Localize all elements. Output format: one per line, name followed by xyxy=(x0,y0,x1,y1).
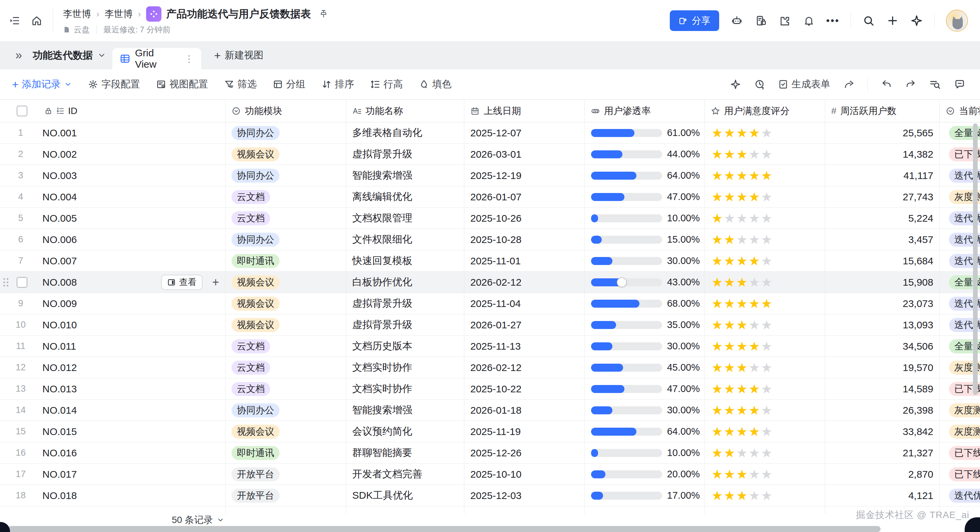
star-icon[interactable]: ★ xyxy=(761,276,772,289)
feature-name-cell[interactable]: 虚拟背景升级 xyxy=(346,314,464,335)
star-icon[interactable]: ★ xyxy=(749,489,760,502)
module-cell[interactable]: 视频会议 xyxy=(226,144,346,165)
weekly-users-cell[interactable]: 4,121 xyxy=(825,485,940,506)
progress-track[interactable] xyxy=(591,257,662,265)
star-icon[interactable]: ★ xyxy=(761,383,772,395)
star-icon[interactable]: ★ xyxy=(749,212,760,225)
module-cell[interactable]: 云文档 xyxy=(226,336,346,357)
star-icon[interactable]: ★ xyxy=(749,468,760,481)
rating-cell[interactable]: ★★★★★ xyxy=(705,208,825,229)
star-icon[interactable]: ★ xyxy=(724,361,735,374)
star-icon[interactable]: ★ xyxy=(724,276,735,289)
star-icon[interactable]: ★ xyxy=(711,425,723,438)
star-icon[interactable]: ★ xyxy=(736,212,748,225)
table-row[interactable]: 14 NO.014 查看 + 协同办公 智能搜索增强 2026-01-18 xyxy=(0,400,980,421)
star-icon[interactable]: ★ xyxy=(724,297,735,310)
progress-track[interactable] xyxy=(591,449,662,457)
star-icon[interactable]: ★ xyxy=(749,340,760,353)
rating-cell[interactable]: ★★★★★ xyxy=(705,442,825,463)
weekly-users-cell[interactable]: 5,224 xyxy=(825,208,940,229)
module-cell[interactable]: 云文档 xyxy=(226,208,346,229)
rating-cell[interactable]: ★★★★★ xyxy=(705,272,825,293)
rating-cell[interactable]: ★★★★★ xyxy=(705,357,825,378)
id-cell[interactable]: 14 NO.014 查看 + xyxy=(0,400,226,421)
launch-date-cell[interactable]: 2025-11-01 xyxy=(464,250,585,272)
penetration-cell[interactable]: 20.00% xyxy=(585,464,705,485)
star-icon[interactable]: ★ xyxy=(724,169,735,182)
star-icon[interactable]: ★ xyxy=(736,489,748,502)
feature-name-cell[interactable]: 开发者文档完善 xyxy=(346,464,464,485)
penetration-cell[interactable]: 30.00% xyxy=(585,250,705,272)
star-icon[interactable]: ★ xyxy=(711,233,723,246)
launch-date-cell[interactable]: 2025-12-03 xyxy=(464,485,585,506)
feature-name-cell[interactable]: 文档权限管理 xyxy=(346,208,464,229)
star-icon[interactable]: ★ xyxy=(749,191,760,203)
comment-icon[interactable] xyxy=(954,79,965,90)
star-icon[interactable]: ★ xyxy=(736,276,748,289)
launch-date-cell[interactable]: 2025-11-04 xyxy=(464,293,585,314)
launch-date-cell[interactable]: 2026-01-18 xyxy=(464,400,585,421)
star-icon[interactable]: ★ xyxy=(724,383,735,395)
id-cell[interactable]: 16 NO.016 查看 + xyxy=(0,442,226,463)
feature-name-cell[interactable]: 白板协作优化 xyxy=(346,272,464,293)
launch-date-cell[interactable]: 2025-11-13 xyxy=(464,336,585,357)
header-progress-column[interactable]: 用户渗透率 xyxy=(585,100,705,122)
star-icon[interactable]: ★ xyxy=(761,340,772,353)
star-icon[interactable]: ★ xyxy=(711,404,723,417)
add-record-button[interactable]: + 添加记录 xyxy=(12,78,72,91)
star-icon[interactable]: ★ xyxy=(761,297,772,310)
table-row[interactable]: 15 NO.015 查看 + 视频会议 会议预约简化 2025-11-19 xyxy=(0,421,980,442)
share-button[interactable]: 分享 xyxy=(670,10,719,31)
star-icon[interactable]: ★ xyxy=(761,447,772,459)
id-cell[interactable]: 9 NO.009 查看 + xyxy=(0,293,226,314)
id-cell[interactable]: 13 NO.013 查看 + xyxy=(0,378,226,399)
star-icon[interactable]: ★ xyxy=(736,383,748,395)
rating-cell[interactable]: ★★★★★ xyxy=(705,485,825,506)
progress-track[interactable] xyxy=(591,470,662,478)
star-icon[interactable]: ★ xyxy=(761,468,772,481)
star-icon[interactable]: ★ xyxy=(711,383,723,395)
star-icon[interactable]: ★ xyxy=(711,489,723,502)
field-config-button[interactable]: 字段配置 xyxy=(88,78,140,91)
feature-name-cell[interactable]: 文档实时协作 xyxy=(346,357,464,378)
table-row[interactable]: 8 NO.008 查看 + 视频会议 白板协作优化 2026-02-12 xyxy=(0,272,980,293)
tab-grid-view[interactable]: Grid View ⋮ xyxy=(112,48,201,69)
rating-cell[interactable]: ★★★★★ xyxy=(705,229,825,250)
table-row[interactable]: 18 NO.018 查看 + 开放平台 SDK工具优化 2025-12-03 xyxy=(0,485,980,507)
status-cell[interactable]: 已下线 xyxy=(940,442,980,463)
star-icon[interactable]: ★ xyxy=(724,212,735,225)
launch-date-cell[interactable]: 2025-10-26 xyxy=(464,208,585,229)
star-icon[interactable]: ★ xyxy=(736,127,748,139)
penetration-cell[interactable]: 61.00% xyxy=(585,122,705,143)
progress-track[interactable] xyxy=(591,321,662,329)
drag-handle[interactable] xyxy=(3,278,11,286)
star-icon[interactable]: ★ xyxy=(761,127,772,139)
id-cell[interactable]: 8 NO.008 查看 + xyxy=(0,272,226,293)
progress-track[interactable] xyxy=(591,364,662,372)
star-icon[interactable]: ★ xyxy=(724,191,735,203)
rating-cell[interactable]: ★★★★★ xyxy=(705,250,825,272)
filter-button[interactable]: 筛选 xyxy=(224,78,257,91)
horizontal-scrollbar[interactable] xyxy=(8,526,881,532)
star-icon[interactable]: ★ xyxy=(749,297,760,310)
star-icon[interactable]: ★ xyxy=(724,127,735,139)
weekly-users-cell[interactable]: 14,382 xyxy=(825,144,940,165)
star-icon[interactable]: ★ xyxy=(736,404,748,417)
star-icon[interactable]: ★ xyxy=(749,148,760,161)
avatar[interactable] xyxy=(946,10,968,32)
table-row[interactable]: 13 NO.013 查看 + 云文档 文档实时协作 2025-10-22 xyxy=(0,378,980,400)
star-icon[interactable]: ★ xyxy=(749,319,760,331)
star-icon[interactable]: ★ xyxy=(736,191,748,203)
table-row[interactable]: 16 NO.016 查看 + 即时通讯 群聊智能摘要 2025-12-26 xyxy=(0,442,980,464)
module-cell[interactable]: 开放平台 xyxy=(226,485,346,506)
star-icon[interactable]: ★ xyxy=(736,148,748,161)
module-cell[interactable]: 即时通讯 xyxy=(226,442,346,463)
module-cell[interactable]: 云文档 xyxy=(226,186,346,207)
ai-sparkle-icon[interactable] xyxy=(730,79,741,90)
module-cell[interactable]: 视频会议 xyxy=(226,272,346,293)
breadcrumb-item[interactable]: 李世博 xyxy=(63,8,91,20)
select-all-checkbox[interactable] xyxy=(17,106,27,116)
star-icon[interactable]: ★ xyxy=(761,404,772,417)
module-cell[interactable]: 视频会议 xyxy=(226,421,346,442)
id-cell[interactable]: 6 NO.006 查看 + xyxy=(0,229,226,250)
